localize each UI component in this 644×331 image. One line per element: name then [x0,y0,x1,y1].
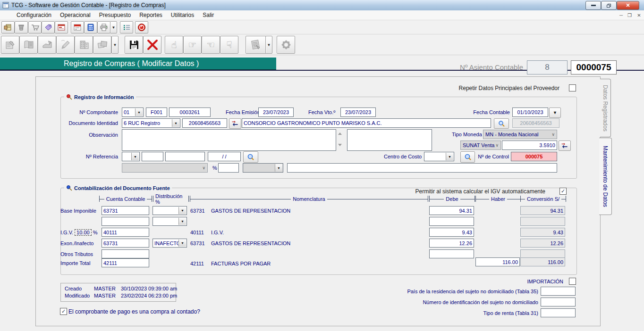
buscar-referencia-button[interactable] [243,151,258,163]
next-record-button[interactable]: ☞ [183,36,202,54]
igv-debe-field[interactable]: 9.43 [429,228,474,237]
mdi-minimize-button[interactable]: ─ [618,12,625,18]
restore-button[interactable] [601,1,617,10]
asiento-number-field[interactable]: 8 [527,60,568,74]
razon-social-field[interactable]: CONSORCIO GASTRONOMICO PUNTO MARISKO S.A… [242,118,491,128]
minimize-button[interactable] [585,1,601,10]
exonerado-debe-field[interactable]: 12.26 [429,239,474,248]
first-record-button[interactable]: ☝ [165,36,183,54]
scroll-down-icon[interactable] [338,144,342,146]
prev-record-button[interactable]: ☜ [202,36,220,54]
ledger-button[interactable] [1,21,15,33]
calendar-button[interactable] [71,21,84,33]
settings-button[interactable] [277,36,295,54]
fecha-contable-field[interactable]: 01/10/2023 [512,108,548,117]
menu-utilitarios[interactable]: Utilitarios [167,11,198,19]
exit-button[interactable] [135,21,148,33]
mdi-close-button[interactable]: ✕ [636,12,643,18]
cart-button[interactable] [28,21,42,33]
copy-dropdown-button[interactable]: ▼ [111,36,119,54]
numero-identificacion-field[interactable] [541,298,576,306]
importacion-checkbox[interactable] [569,278,576,285]
porcentaje-field[interactable] [218,163,239,173]
trash-button[interactable] [15,21,28,33]
referencia-numero-field[interactable] [165,152,205,161]
tipo-moneda-select[interactable]: MN - Moneda Nacional ∨ [483,130,557,139]
print-dropdown-button[interactable]: ▼ [110,21,117,33]
form-button[interactable] [55,21,68,33]
buscar-proveedor-button[interactable] [494,118,509,129]
receive-button[interactable] [38,36,56,54]
otros-debe-field[interactable] [429,249,474,258]
base-cuenta-field[interactable]: 63731 [102,206,149,215]
exchange-button[interactable] [229,118,241,129]
notes-dropdown-button[interactable]: ▼ [265,36,272,54]
pencil-button[interactable] [56,36,75,54]
base2-cuenta-field[interactable] [102,217,149,226]
printer-icon [100,23,108,32]
notes-button[interactable] [246,36,266,54]
detraccion-select[interactable]: ∨ [122,163,208,173]
fecha-emision-field[interactable]: 23/07/2023 [258,108,294,117]
detraccion-descripcion-field[interactable] [287,163,557,173]
repeat-provider-checkbox[interactable] [569,84,576,91]
base2-debe-field[interactable] [429,217,474,226]
menu-operacional[interactable]: Operacional [56,11,95,19]
print-button[interactable] [97,21,110,33]
base2-distribucion-select[interactable]: ▼ [153,217,187,226]
referencia-serie-field[interactable] [142,152,163,161]
compra-contado-checkbox[interactable]: ✓ [60,308,67,315]
pais-field[interactable] [541,287,576,296]
buscar-centro-costo-button[interactable] [460,151,475,163]
exchange-rate-button[interactable] [559,141,571,151]
tag-button[interactable] [42,21,55,33]
fecha-vto-field[interactable]: 23/07/2023 [340,108,376,117]
cambio-fuente-value: SUNAT Venta [463,142,494,148]
tipo-cambio-field[interactable]: 3.5910 [502,141,557,150]
total-haber-field[interactable]: 116.00 [475,257,520,266]
tipo-documento-select[interactable]: 6 RUC Registro ▼ [122,118,180,128]
centro-costo-select[interactable]: ▼ [424,152,454,161]
menu-salir[interactable]: Salir [198,11,218,19]
menu-configuracion[interactable]: Configuración [12,11,56,19]
igv-auto-checkbox[interactable]: ✓ [559,188,567,195]
serie-field[interactable]: F001 [146,108,167,117]
numero-comprobante-field[interactable]: 0003261 [169,108,211,117]
referencia-tipo-select[interactable]: ▼ [122,152,140,161]
list-button[interactable] [120,21,133,33]
otros-cuenta-field[interactable] [102,249,149,258]
base-debe-field[interactable]: 94.31 [429,206,474,215]
new-record-button[interactable] [1,36,19,54]
menu-presupuesto[interactable]: Presupuesto [95,11,135,19]
referencia-fecha-field[interactable]: / / [208,152,241,161]
observacion-textarea[interactable] [122,129,336,151]
detraccion-tipo-select[interactable]: ▼ [243,163,283,173]
save-button[interactable] [125,36,143,54]
tipo-renta-label: Tipo de renta (Tabla 31) [397,310,538,316]
scroll-up-icon[interactable] [338,132,342,135]
base-distribucion-select[interactable]: ▼ [153,206,187,215]
fecha-contable-dropdown-button[interactable]: ▼ [549,108,561,118]
igv-cuenta-field[interactable]: 40111 [102,228,149,237]
exonerado-cuenta-field[interactable]: 63731 [102,239,149,248]
tipo-renta-field[interactable] [541,308,576,317]
close-button[interactable]: ✕ [617,1,639,10]
observacion2-textarea[interactable] [347,129,432,151]
tab-mantenimiento-datos[interactable]: Mantenimiento de Datos [599,138,612,215]
exonerado-distribucion-select[interactable]: INAFECTO▼ [153,239,187,248]
copy-button[interactable] [93,36,111,54]
ruc-field[interactable]: 20608456563 [182,118,227,128]
total-cuenta-field[interactable]: 42111 [102,258,149,267]
browse-button[interactable] [19,36,38,54]
cancel-button[interactable] [143,36,161,54]
building-button[interactable] [75,36,93,54]
calculator-button[interactable] [84,21,97,33]
documento-number-field[interactable]: 0000075 [571,60,617,74]
tipo-comprobante-select[interactable]: 01 ▼ [122,108,144,117]
creado-fecha: 30/10/2023 09:39:00 am [121,286,177,291]
mdi-restore-button[interactable]: ❐ [626,12,633,18]
menu-reportes[interactable]: Reportes [135,11,167,19]
last-record-button[interactable]: ☟ [220,36,238,54]
cambio-fuente-select[interactable]: SUNAT Venta ∨ [460,141,501,150]
tab-datos-registrados[interactable]: Datos Registrados [600,79,611,137]
